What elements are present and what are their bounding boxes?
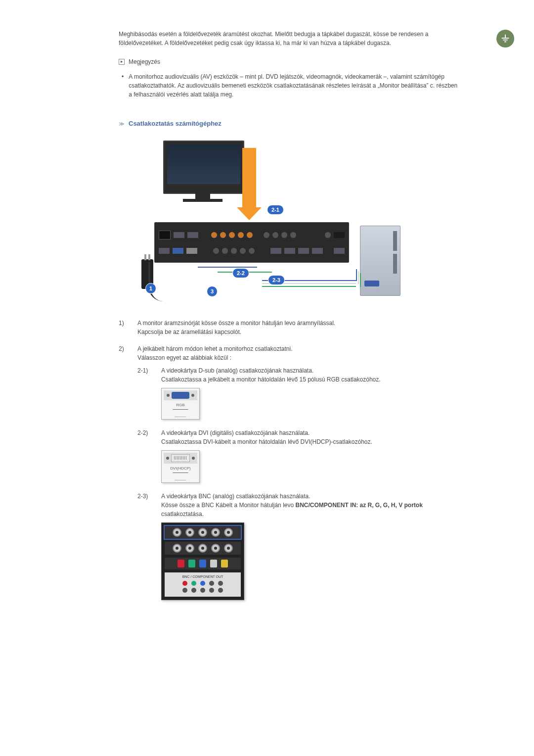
item2-line2: Válasszon egyet az alábbiak közül : <box>137 353 460 362</box>
note-icon: ▸ <box>119 59 125 65</box>
item-number: 2) <box>119 344 130 610</box>
thumb-label: RGB <box>164 402 197 408</box>
bnc-panel-thumbnail: BNC / COMPONENT OUT <box>161 522 460 601</box>
instruction-list: 1) A monitor áramzsinórját kösse össze a… <box>119 319 460 610</box>
rgb-port-thumbnail: RGB <box>161 388 460 420</box>
panel-small-label: BNC / COMPONENT OUT <box>167 574 239 580</box>
sub-instruction-list: 2-1) A videokártya D-sub (analóg) csatla… <box>137 366 460 601</box>
section-title: Csatlakoztatás számítógéphez <box>129 119 222 129</box>
dvi-icon <box>171 454 190 462</box>
list-item: 2) A jelkábelt három módon lehet a monit… <box>119 344 460 610</box>
intro-paragraph: Meghibásodás esetén a földelővezeték ára… <box>119 30 460 47</box>
vga-icon <box>172 392 189 399</box>
note-label: Megjegyzés <box>129 57 160 66</box>
s23-line2: Kösse össze a BNC Kábelt a Monitor hátul… <box>161 501 460 519</box>
s23-line1: A videokártya BNC (analóg) csatlakozóján… <box>161 492 460 501</box>
pc-tower-icon <box>360 226 400 296</box>
callout-2-3: 2-3 <box>268 275 285 285</box>
subitem-number: 2-1) <box>137 366 151 420</box>
bullet-dot: • <box>122 72 124 99</box>
note-text: A monitorhoz audiovizuális (AV) eszközök… <box>129 72 460 99</box>
callout-1: 1 <box>145 283 156 294</box>
monitor-front-icon <box>163 141 244 194</box>
monitor-back-panel-icon <box>154 222 349 263</box>
section-heading: ≫ Csatlakoztatás számítógéphez <box>119 119 460 129</box>
callout-3: 3 <box>207 286 218 297</box>
item2-line1: A jelkábelt három módon lehet a monitorh… <box>137 344 460 353</box>
subitem-number: 2-2) <box>137 428 151 483</box>
component-out-icon: BNC / COMPONENT OUT <box>165 572 241 597</box>
chevron-icon: ≫ <box>119 120 125 128</box>
callout-2-2: 2-2 <box>232 268 249 279</box>
item-number: 1) <box>119 319 130 336</box>
s22-line2: Csatlakoztassa DVI-kábelt a monitor háto… <box>161 437 460 446</box>
bnc-in-row-icon <box>165 526 241 539</box>
list-item: 2-1) A videokártya D-sub (analóg) csatla… <box>137 366 460 420</box>
dvi-port-thumbnail: DVI(HDCP) <box>161 450 460 483</box>
list-item: 2-2) A videokártya DVI (digitális) csatl… <box>137 428 460 483</box>
ground-icon <box>496 30 514 47</box>
rca-row-icon <box>165 558 241 569</box>
s22-line1: A videokártya DVI (digitális) csatlakozó… <box>161 428 460 437</box>
list-item: 2-3) A videokártya BNC (analóg) csatlako… <box>137 492 460 601</box>
list-item: 1) A monitor áramzsinórját kösse össze a… <box>119 319 460 336</box>
item1-line1: A monitor áramzsinórját kösse össze a mo… <box>137 319 335 328</box>
note-body: • A monitorhoz audiovizuális (AV) eszköz… <box>122 72 460 99</box>
bnc-row-icon <box>165 542 241 555</box>
callout-2-1: 2-1 <box>267 205 284 215</box>
s21-line1: A videokártya D-sub (analóg) csatlakozój… <box>161 366 460 375</box>
intro-text: Meghibásodás esetén a földelővezeték ára… <box>119 30 455 47</box>
item1-line2: Kapcsolja be az áramellátási kapcsolót. <box>137 328 335 336</box>
subitem-number: 2-3) <box>137 492 151 601</box>
arrow-down-icon <box>242 148 256 210</box>
note-heading: ▸ Megjegyzés <box>119 57 460 66</box>
thumb-label: DVI(HDCP) <box>164 466 197 472</box>
s21-line2: Csatlakoztassa a jelkábelt a monitor hát… <box>161 375 460 384</box>
connection-diagram: 1 3 2-1 2-2 2-3 <box>143 141 460 304</box>
